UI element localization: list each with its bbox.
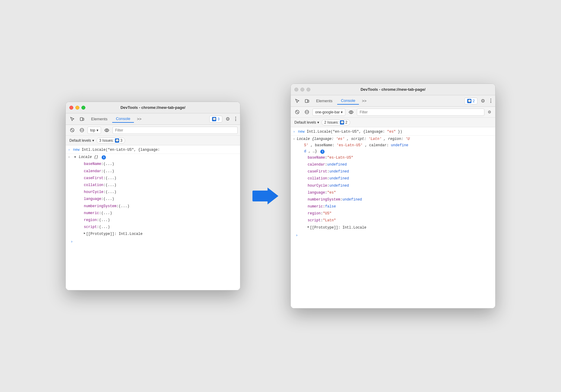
right-badge-count: 2 bbox=[473, 99, 475, 103]
right-eye-icon[interactable] bbox=[347, 108, 355, 116]
right-context-label: one-google-bar bbox=[315, 110, 340, 114]
right-console-tab[interactable]: Console bbox=[337, 97, 359, 105]
more-options-icon[interactable]: ⋮ bbox=[233, 116, 238, 122]
right-locale-output-line1: ‹ Locale {language: 'es' , script: 'Latn… bbox=[291, 136, 495, 143]
svg-point-6 bbox=[106, 129, 107, 131]
right-context-selector[interactable]: one-google-bar ▾ bbox=[312, 109, 345, 116]
right-device-toggle-icon[interactable] bbox=[303, 97, 311, 105]
dropdown-arrow-icon: ▾ bbox=[97, 128, 98, 132]
prop-calendar: calendar: (...) bbox=[84, 168, 240, 175]
context-selector[interactable]: top ▾ bbox=[87, 127, 101, 134]
left-traffic-lights bbox=[69, 106, 85, 109]
right-elements-tab[interactable]: Elements bbox=[312, 97, 336, 104]
right-props: baseName: "es-Latn-US" calendar: undefin… bbox=[291, 154, 495, 231]
left-prompt[interactable]: › bbox=[66, 238, 240, 246]
right-console-gear-icon[interactable]: ⚙ bbox=[486, 109, 493, 115]
right-locale-output-line3: d , …} i bbox=[291, 149, 495, 154]
prop-script: script: (...) bbox=[84, 224, 240, 231]
right-prop-numeric: numeric: false bbox=[308, 203, 495, 210]
right-issues-chip-icon: 💬 bbox=[340, 120, 344, 125]
right-devtools-window: DevTools - chrome://new-tab-page/ Elemen… bbox=[290, 84, 496, 308]
issues-badge[interactable]: 💬 3 bbox=[209, 116, 222, 122]
scene: DevTools - chrome://new-tab-page/ Elemen… bbox=[65, 84, 496, 308]
right-locale-output-line2: S' , baseName: 'es-Latn-US' , calendar: … bbox=[291, 143, 495, 148]
issues-badge-icon: 💬 bbox=[212, 117, 216, 121]
right-input-arrow-icon: › bbox=[293, 130, 297, 134]
device-toggle-icon[interactable] bbox=[78, 115, 86, 123]
svg-rect-7 bbox=[305, 100, 308, 103]
right-settings-icon[interactable]: ⚙ bbox=[479, 97, 487, 105]
left-input-keyword: new Intl.Locale("en-Latn-US", {language: bbox=[73, 147, 160, 153]
console-tab[interactable]: Console bbox=[112, 115, 134, 123]
clear-console-icon[interactable] bbox=[68, 126, 76, 134]
left-titlebar: DevTools - chrome://new-tab-page/ bbox=[66, 102, 240, 113]
left-props: baseName: (...) calendar: (...) caseFirs… bbox=[66, 161, 240, 238]
right-input-text: new Intl.Locale("en-Latn-US", {language:… bbox=[298, 129, 402, 135]
prop-region: region: (...) bbox=[84, 217, 240, 224]
right-levels-dropdown[interactable]: Default levels ▾ bbox=[294, 120, 319, 125]
close-button[interactable] bbox=[69, 106, 73, 109]
arrow-body bbox=[252, 191, 268, 201]
right-prop-prototype: ▶ [[Prototype]]: Intl.Locale bbox=[308, 224, 495, 231]
prop-numberingSystem: numberingSystem: (...) bbox=[84, 203, 240, 210]
right-filter-input[interactable] bbox=[357, 109, 484, 116]
svg-line-3 bbox=[71, 129, 73, 131]
input-arrow-icon: › bbox=[68, 148, 72, 153]
right-minimize-button[interactable] bbox=[300, 87, 304, 91]
info-icon[interactable]: i bbox=[102, 155, 106, 160]
elements-tab[interactable]: Elements bbox=[87, 115, 111, 122]
left-badge-count: 3 bbox=[217, 117, 220, 121]
filter-input[interactable] bbox=[113, 127, 238, 134]
left-input-row: › new Intl.Locale("en-Latn-US", {languag… bbox=[66, 147, 240, 154]
right-input-row: › new Intl.Locale("en-Latn-US", {languag… bbox=[291, 128, 495, 136]
right-inspect-icon[interactable] bbox=[293, 97, 302, 105]
ban-icon[interactable] bbox=[78, 126, 86, 134]
right-clear-console-icon[interactable] bbox=[293, 108, 301, 116]
right-maximize-button[interactable] bbox=[306, 87, 310, 91]
right-more-tabs[interactable]: >> bbox=[360, 97, 368, 104]
eye-icon[interactable] bbox=[103, 126, 111, 134]
arrow-container bbox=[252, 188, 278, 204]
left-console-toolbar: top ▾ bbox=[66, 125, 240, 136]
issues-chip[interactable]: 3 Issues: 💬 3 bbox=[97, 138, 125, 144]
right-close-button[interactable] bbox=[294, 87, 298, 91]
right-prop-numberingSystem: numberingSystem: undefined bbox=[308, 196, 495, 203]
right-back-arrow-icon: ‹ bbox=[293, 137, 297, 142]
right-issues-text: 2 Issues: bbox=[324, 120, 339, 125]
right-issues-chip[interactable]: 2 Issues: 💬 2 bbox=[322, 119, 350, 125]
prop-numeric: numeric: (...) bbox=[84, 210, 240, 217]
levels-label: Default levels bbox=[69, 138, 91, 143]
levels-dropdown[interactable]: Default levels ▾ bbox=[69, 138, 94, 143]
issues-chip-count: 3 bbox=[120, 138, 122, 143]
right-prop-region: region: "US" bbox=[308, 210, 495, 217]
prop-caseFirst: caseFirst: (...) bbox=[84, 175, 240, 182]
arrow-head bbox=[268, 188, 278, 204]
levels-arrow: ▾ bbox=[92, 138, 94, 143]
right-issues-badge-icon: 💬 bbox=[467, 99, 471, 103]
prop-prototype: ▶ [[Prototype]]: Intl.Locale bbox=[84, 231, 240, 238]
svg-line-10 bbox=[296, 111, 298, 113]
right-ban-icon[interactable] bbox=[303, 108, 311, 116]
svg-rect-1 bbox=[83, 118, 84, 120]
right-info-icon[interactable]: i bbox=[320, 150, 325, 154]
right-console-toolbar: one-google-bar ▾ ⚙ bbox=[291, 107, 495, 118]
maximize-button[interactable] bbox=[81, 106, 85, 109]
prop-baseName: baseName: (...) bbox=[84, 161, 240, 168]
minimize-button[interactable] bbox=[75, 106, 79, 109]
right-prop-calendar: calendar: undefined bbox=[308, 161, 495, 168]
inspect-icon[interactable] bbox=[68, 115, 77, 123]
right-window-title: DevTools - chrome://new-tab-page/ bbox=[360, 87, 425, 92]
expand-icon[interactable]: ▼ bbox=[74, 156, 76, 159]
right-issues-chip-count: 2 bbox=[345, 120, 347, 125]
settings-icon[interactable]: ⚙ bbox=[223, 115, 232, 123]
right-console-content: › new Intl.Locale("en-Latn-US", {languag… bbox=[291, 127, 495, 308]
right-prop-script: script: "Latn" bbox=[308, 217, 495, 224]
issues-text: 3 Issues: bbox=[99, 138, 114, 143]
right-issues-badge[interactable]: 💬 2 bbox=[464, 98, 477, 104]
more-tabs[interactable]: >> bbox=[135, 115, 143, 122]
right-more-options-icon[interactable]: ⋮ bbox=[488, 98, 493, 104]
right-levels-label: Default levels bbox=[294, 120, 316, 125]
right-prop-language: language: "es" bbox=[308, 189, 495, 196]
right-prompt[interactable]: › bbox=[291, 231, 495, 240]
left-tabbar: Elements Console >> 💬 3 ⚙ ⋮ bbox=[66, 113, 240, 125]
